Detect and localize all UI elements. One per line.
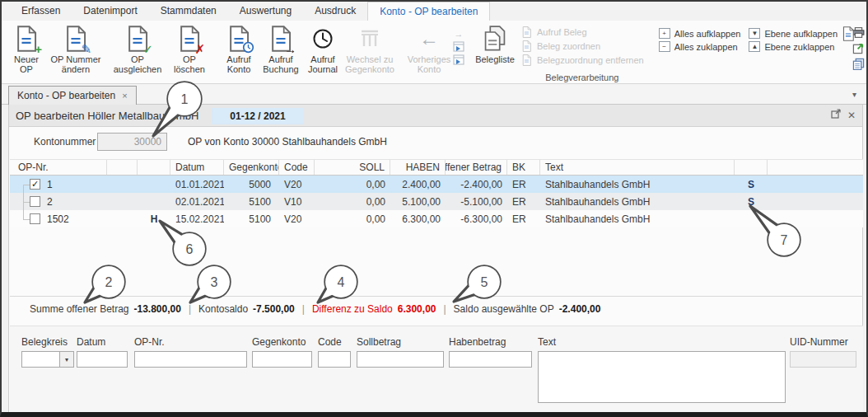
habenbetrag-label: Habenbetrag [449,336,532,348]
beleg-zuordnen-button[interactable]: Beleg zuordnen [520,40,644,52]
close-icon[interactable]: ✕ [847,110,856,121]
sollbetrag-input[interactable] [357,351,444,368]
liste-exportieren-button[interactable]: Liste exportieren ▾ [852,42,868,54]
col-offener-betrag[interactable]: offener Betrag [446,160,507,175]
summary-item-differenz: Differenz zu Saldo6.300,00 [312,303,436,315]
datum-label: Datum [77,336,128,348]
text-input[interactable] [538,351,786,403]
aufruf-buchung-button[interactable]: → Aufruf Buchung [259,23,303,76]
table-row[interactable]: ✓ 2 02.01.2021 5100 V10 0,00 5.100,00 -5… [10,193,863,210]
wechsel-zu-gegenkonto-button[interactable]: Wechsel zu Gegenkonto [343,23,397,76]
op-loeschen-button[interactable]: ✗ OP löschen [168,23,211,76]
cross-icon: ✗ [194,44,205,55]
storno-flag: S [735,196,768,208]
level-expand-icon: ▼ [749,28,760,39]
table-row[interactable]: ✓ 1 01.01.2021 5000 V20 0,00 2.400,00 -2… [10,176,863,193]
col-flag1[interactable] [107,160,138,175]
col-flag2[interactable] [138,160,170,175]
arrow-right-icon: → [284,44,296,55]
kontonummer-input[interactable] [97,133,167,151]
pencil-icon: ✎ [81,44,91,55]
belegkreis-dropdown-icon[interactable]: ▾ [60,351,74,368]
col-soll[interactable]: SOLL [315,160,390,175]
table-nav-down-icon[interactable] [453,54,464,65]
col-gegenkonto[interactable]: Gegenkonto [224,160,279,175]
konto-info-text: OP von Konto 30000 Stahlbauhandels GmbH [188,136,387,148]
panel-title: OP bearbeiten Höller Metallbau GmbH [16,110,198,122]
op-table: OP-Nr. Datum Gegenkonto Code SOLL HABEN … [10,159,863,227]
col-bk[interactable]: BK [507,160,540,175]
belegliste-button[interactable]: Belegliste [473,23,517,66]
col-op-nr[interactable]: OP-Nr. [10,160,107,175]
storno-flag: S [735,179,768,190]
col-text[interactable]: Text [540,160,735,175]
ebene-aufklappen-button[interactable]: ▼ Ebene aufklappen [749,28,838,39]
code-label: Code [318,336,351,348]
col-datum[interactable]: Datum [170,160,224,175]
neuer-op-button[interactable]: + Neuer OP [8,23,44,76]
ribbon-tab-auswertung[interactable]: Auswertung [228,2,303,21]
doc-icon [520,26,533,38]
ribbon-tab-ausdruck[interactable]: Ausdruck [303,2,367,21]
alles-aufklappen-button[interactable]: + Alles aufklappen [659,28,741,39]
ribbon: Erfassen Datenimport Stammdaten Auswertu… [2,2,866,84]
document-stack-icon [483,26,507,52]
row-checkbox[interactable]: ✓ [30,196,40,207]
group-aufruf: Aufruf Konto → Aufruf Buchung Aufruf Jou… [217,22,399,83]
clock-icon [312,28,334,49]
aufruf-beleg-button[interactable]: Aufruf Beleg [520,26,644,38]
ebene-zuklappen-button[interactable]: ▲ Ebene zuklappen [749,41,838,52]
sollbetrag-label: Sollbetrag [357,336,444,348]
page-icon[interactable] [842,26,855,44]
belegkreis-label: Belegkreis [21,336,74,348]
summary-item: Kontosaldo-7.500,00 [198,303,295,315]
level-collapse-icon: ▲ [749,41,760,52]
datum-input[interactable] [77,351,128,368]
naechstes-konto-icon[interactable]: → [453,28,464,39]
tab-close-icon[interactable]: × [122,91,127,101]
ribbon-body: + Neuer OP ✎ OP Nummer ändern ✓ OP ausgl… [2,21,866,83]
tree-connector [18,210,30,227]
alles-zuklappen-button[interactable]: − Alles zuklappen [659,41,741,52]
doc-icon [520,54,533,66]
col-haben[interactable]: HABEN [390,160,446,175]
table-nav-up-icon[interactable] [453,41,464,52]
haben-flag: H [138,213,170,225]
gegenkonto-input[interactable] [252,351,312,368]
popout-icon[interactable] [831,109,841,121]
ribbon-tab-erfassen[interactable]: Erfassen [10,2,72,21]
belegzuordnung-entfernen-button[interactable]: Belegzuordnung entfernen [520,54,644,66]
op-nummer-aendern-button[interactable]: ✎ OP Nummer ändern [44,23,107,76]
uid-nummer-input[interactable] [790,351,856,368]
table-columns-icon [359,28,380,49]
kontonummer-label: Kontonummer [34,136,96,148]
belegkreis-input[interactable] [21,351,60,368]
op-ausgleichen-button[interactable]: ✓ OP ausgleichen [107,23,168,76]
summary-item: Saldo ausgewählte OP-2.400,00 [454,303,601,315]
op-bearbeiten-panel: OP bearbeiten Höller Metallbau GmbH 01-1… [8,105,863,412]
col-s[interactable] [735,160,768,175]
document-tab-konto-op-bearbeiten[interactable]: Konto - OP bearbeiten × [8,86,137,105]
row-checkbox[interactable]: ✓ [30,179,40,190]
ribbon-tab-stammdaten[interactable]: Stammdaten [149,2,228,21]
row-checkbox[interactable]: ✓ [30,213,40,224]
ribbon-tab-datenimport[interactable]: Datenimport [72,2,148,21]
expand-all-icon: + [659,28,670,39]
summary-bar: Summe offener Betrag-13.800,00 | Kontosa… [10,296,863,315]
aufruf-journal-button[interactable]: Aufruf Journal [303,23,343,76]
check-icon: ✓ [142,44,153,55]
period-badge[interactable]: 01-12 / 2021 [212,108,304,124]
habenbetrag-input[interactable] [449,351,532,368]
code-input[interactable] [318,351,351,368]
op-nr-input[interactable] [134,351,247,368]
ribbon-tab-bar: Erfassen Datenimport Stammdaten Auswertu… [2,2,866,21]
copy-icon [852,58,865,69]
vorheriges-konto-button[interactable]: ← Vorheriges Konto [405,23,453,76]
aufruf-konto-button[interactable]: Aufruf Konto [219,23,259,76]
table-row[interactable]: ✓ 1502 H 15.02.2021 5100 V20 0,00 6.300,… [10,210,863,227]
liste-kopieren-button[interactable]: Liste kopieren [852,58,868,69]
tab-list-dropdown-icon[interactable]: ▾ [852,90,856,99]
col-code[interactable]: Code [279,160,315,175]
col-rest [768,160,863,175]
ribbon-tab-konto-op-bearbeiten[interactable]: Konto - OP bearbeiten [367,2,490,21]
